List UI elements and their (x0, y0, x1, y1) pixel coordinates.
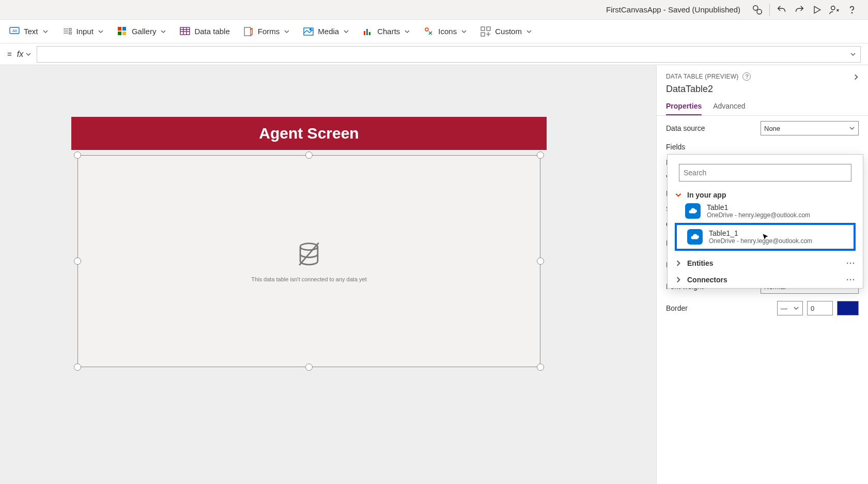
more-icon[interactable]: ··· (846, 276, 856, 284)
svg-rect-10 (69, 28, 71, 31)
ds-item-name: Table1 (707, 203, 810, 211)
svg-rect-27 (481, 27, 485, 31)
text-control-icon: Ab (9, 26, 20, 37)
ds-item-name: Table1_1 (709, 229, 812, 237)
ribbon-label: Data table (194, 27, 229, 36)
svg-line-33 (299, 243, 319, 265)
undo-icon[interactable] (773, 1, 791, 19)
tab-properties[interactable]: Properties (666, 98, 702, 115)
help-icon[interactable]: ? (742, 72, 751, 81)
svg-rect-28 (487, 27, 490, 31)
redo-icon[interactable] (791, 1, 808, 19)
prop-fields: Fields (666, 143, 859, 151)
ribbon-forms[interactable]: Forms (243, 26, 290, 37)
custom-icon (481, 26, 491, 37)
left-gutter (0, 65, 9, 484)
search-input[interactable] (679, 164, 851, 182)
svg-rect-25 (366, 29, 368, 35)
screen-header-title: Agent Screen (259, 125, 359, 142)
chevron-down-icon (42, 28, 49, 35)
ribbon-label: Media (318, 27, 339, 36)
border-width-input[interactable]: 0 (807, 301, 833, 315)
svg-rect-29 (481, 33, 485, 36)
panel-tabs: Properties Advanced (657, 98, 868, 116)
ribbon-text[interactable]: Ab Text (9, 26, 49, 37)
ribbon-charts[interactable]: Charts (363, 26, 410, 37)
resize-handle[interactable] (537, 152, 544, 159)
ribbon-label: Custom (495, 27, 522, 36)
ribbon-data-table[interactable]: Data table (180, 26, 229, 37)
data-source-popup: In your app Table1 OneDrive - henry.legg… (667, 154, 863, 289)
svg-rect-24 (364, 31, 365, 35)
ribbon-icons[interactable]: Icons (424, 26, 467, 37)
app-title: FirstCanvasApp - Saved (Unpublished) (606, 5, 740, 14)
resize-handle[interactable] (537, 258, 544, 265)
separator (769, 4, 770, 16)
ds-group-entities[interactable]: Entities ··· (675, 259, 856, 267)
resize-handle[interactable] (305, 364, 313, 371)
border-style-select[interactable]: — (777, 301, 803, 315)
data-table-empty-state: This data table isn't connected to any d… (78, 156, 540, 367)
screen-header: Agent Screen (71, 117, 547, 150)
gallery-control-icon (117, 26, 128, 37)
prop-label: Border (666, 304, 688, 312)
ds-group-connectors[interactable]: Connectors ··· (675, 276, 856, 284)
resize-handle[interactable] (74, 258, 81, 265)
resize-handle[interactable] (537, 364, 544, 371)
tab-advanced[interactable]: Advanced (713, 98, 745, 115)
help-icon[interactable] (843, 1, 861, 19)
data-table-control[interactable]: This data table isn't connected to any d… (78, 155, 540, 367)
more-icon[interactable]: ··· (846, 259, 856, 267)
play-icon[interactable] (808, 1, 826, 19)
ds-item-table1-1[interactable]: Table1_1 OneDrive - henry.legge@outlook.… (675, 223, 856, 251)
icons-icon (424, 26, 434, 37)
formula-eq: = (7, 50, 12, 58)
chevron-down-icon (98, 28, 104, 35)
formula-bar: = fx (0, 43, 868, 65)
svg-rect-15 (122, 32, 126, 35)
prop-label: Data source (666, 124, 705, 132)
svg-text:Ab: Ab (12, 28, 18, 33)
ribbon-media[interactable]: Media (303, 26, 349, 37)
resize-handle[interactable] (74, 364, 81, 371)
ds-item-sub: OneDrive - henry.legge@outlook.com (707, 211, 810, 219)
chevron-down-icon (526, 28, 532, 35)
ribbon-custom[interactable]: Custom (481, 26, 532, 37)
ribbon-label: Text (24, 27, 38, 36)
media-icon (303, 26, 314, 37)
border-color-swatch[interactable] (837, 301, 859, 315)
canvas-area[interactable]: Agent Screen This data table isn't conne… (9, 65, 656, 484)
prop-border: Border — 0 (666, 301, 859, 315)
charts-icon (363, 26, 373, 37)
chevron-down-icon (160, 28, 166, 35)
resize-handle[interactable] (74, 152, 81, 159)
svg-rect-21 (244, 27, 251, 36)
ribbon-label: Charts (377, 27, 400, 36)
resize-handle[interactable] (305, 152, 313, 159)
ds-group-in-your-app[interactable]: In your app (675, 191, 856, 199)
data-source-select[interactable]: None (761, 121, 859, 135)
ribbon-label: Gallery (132, 27, 157, 36)
fx-label[interactable]: fx (17, 50, 37, 59)
app-health-icon[interactable] (749, 1, 766, 19)
control-name: DataTable2 (657, 84, 868, 98)
forms-icon (243, 26, 254, 37)
chevron-right-icon (675, 276, 682, 283)
ribbon-gallery[interactable]: Gallery (117, 26, 167, 37)
ribbon-label: Input (76, 27, 94, 36)
svg-marker-2 (814, 6, 820, 13)
panel-eyebrow: DATA TABLE (PREVIEW) (666, 73, 738, 80)
chevron-down-icon (849, 125, 855, 131)
database-empty-icon (293, 240, 324, 271)
svg-point-0 (753, 5, 758, 10)
chevron-down-icon (793, 305, 799, 311)
formula-input[interactable] (37, 46, 861, 63)
ribbon-input[interactable]: Input (62, 26, 104, 37)
chevron-down-icon (850, 51, 856, 57)
ds-item-table1[interactable]: Table1 OneDrive - henry.legge@outlook.co… (675, 199, 856, 223)
svg-point-4 (851, 12, 852, 13)
share-icon[interactable] (826, 1, 843, 19)
chevron-down-icon (675, 191, 682, 199)
collapse-panel-icon[interactable] (853, 73, 860, 82)
chevron-down-icon (25, 51, 32, 57)
